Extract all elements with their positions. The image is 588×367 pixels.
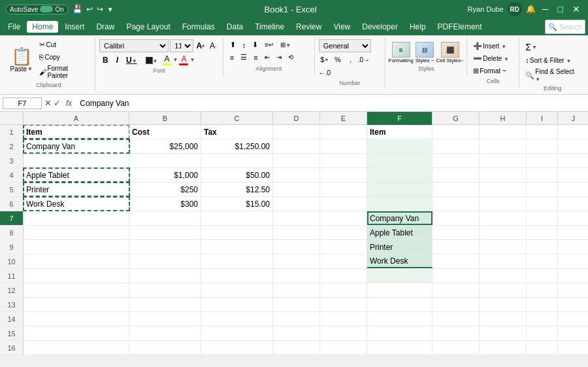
align-left-button[interactable]: ≡ [227,52,237,63]
cell-c8[interactable] [201,226,273,239]
cell-j16[interactable] [558,341,588,355]
cell-reference-input[interactable] [3,97,42,109]
cell-e3[interactable] [320,154,367,167]
autosum-button[interactable]: Σ ▼ [523,41,581,54]
row-num-3[interactable]: 3 [0,154,24,167]
cell-c15[interactable] [201,326,273,340]
cell-d11[interactable] [273,269,320,283]
cell-j5[interactable] [558,183,588,196]
autosave-badge[interactable]: AutoSave On [5,5,69,14]
cell-i8[interactable] [527,226,558,239]
cell-d13[interactable] [273,298,320,311]
menu-timeline[interactable]: Timeline [250,21,289,33]
row-num-15[interactable]: 15 [0,326,24,340]
cell-b4[interactable]: $1,000 [129,168,201,182]
cell-b5[interactable]: $250 [129,183,201,196]
cell-d16[interactable] [273,341,320,355]
row-num-8[interactable]: 8 [0,226,24,239]
cell-g10[interactable] [433,254,480,268]
italic-button[interactable]: I [113,54,122,66]
row-num-12[interactable]: 12 [0,283,24,297]
col-header-b[interactable]: B [129,112,201,125]
cell-a16[interactable] [24,341,129,355]
menu-file[interactable]: File [3,21,25,33]
cell-a10[interactable] [24,254,129,268]
cell-f6[interactable] [367,197,433,211]
cell-j1[interactable] [558,125,588,139]
minimize-button[interactable]: ─ [540,4,551,14]
cell-i5[interactable] [527,183,558,196]
cell-h12[interactable] [480,283,527,297]
col-header-h[interactable]: H [480,112,527,125]
cell-i7[interactable] [527,211,558,225]
decrease-decimal-button[interactable]: ←.0 [319,67,331,79]
cell-e10[interactable] [320,254,367,268]
format-cells-button[interactable]: ⊞ Format ~ [471,65,515,77]
cell-d6[interactable] [273,197,320,211]
fill-color-arrow[interactable]: ▼ [173,57,178,63]
format-painter-button[interactable]: 🖌 Format Painter [37,63,91,80]
cell-e4[interactable] [320,168,367,182]
more-commands-icon[interactable]: ▼ [107,6,114,13]
cell-j12[interactable] [558,283,588,297]
text-direction-button[interactable]: ⟲ [286,52,296,62]
cell-b2[interactable]: $25,000 [129,139,201,153]
align-center-button[interactable]: ☰ [238,52,250,63]
cell-g3[interactable] [433,154,480,167]
cell-j7[interactable] [558,211,588,225]
row-num-2[interactable]: 2 [0,139,24,153]
bold-button[interactable]: B [99,54,112,66]
find-select-button[interactable]: 🔍 Find & Select ▼ [523,67,581,84]
cell-j6[interactable] [558,197,588,211]
cell-f2[interactable] [367,139,433,153]
cell-d15[interactable] [273,326,320,340]
menu-developer[interactable]: Developer [357,21,403,33]
cell-g11[interactable] [433,269,480,283]
fill-color-button[interactable]: A [163,54,172,65]
cell-g9[interactable] [433,240,480,254]
save-icon[interactable]: 💾 [73,5,82,14]
menu-review[interactable]: Review [291,21,327,33]
font-name-select[interactable]: Calibri [99,39,169,52]
cell-i4[interactable] [527,168,558,182]
cell-i12[interactable] [527,283,558,297]
border-button[interactable]: ▦▼ [142,54,161,66]
increase-font-button[interactable]: A+ [195,40,206,52]
cell-e6[interactable] [320,197,367,211]
col-header-c[interactable]: C [201,112,273,125]
menu-pdfelement[interactable]: PDFElement [433,21,487,33]
cell-a3[interactable] [24,154,129,167]
cell-i16[interactable] [527,341,558,355]
cell-b14[interactable] [129,312,201,326]
cell-e13[interactable] [320,298,367,311]
cell-h14[interactable] [480,312,527,326]
cell-e12[interactable] [320,283,367,297]
cell-j3[interactable] [558,154,588,167]
cell-b7[interactable] [129,211,201,225]
cell-f11[interactable] [367,269,433,283]
cell-b13[interactable] [129,298,201,311]
cell-e1[interactable] [320,125,367,139]
menu-formulas[interactable]: Formulas [177,21,220,33]
redo-icon[interactable]: ↪ [97,5,103,14]
cell-i6[interactable] [527,197,558,211]
cell-c10[interactable] [201,254,273,268]
cell-g13[interactable] [433,298,480,311]
cell-h16[interactable] [480,341,527,355]
comma-button[interactable]: , [345,54,357,65]
cell-a11[interactable] [24,269,129,283]
cell-f16[interactable] [367,341,433,355]
cell-g7[interactable] [433,211,480,225]
insert-cells-button[interactable]: ➕ Insert ▼ [471,41,515,52]
menu-insert[interactable]: Insert [59,21,90,33]
col-header-d[interactable]: D [273,112,320,125]
cell-c2[interactable]: $1,250.00 [201,139,273,153]
ribbon-options-icon[interactable]: 🔔 [526,5,536,14]
cell-g4[interactable] [433,168,480,182]
maximize-button[interactable]: □ [555,4,566,14]
cell-h10[interactable] [480,254,527,268]
cell-j14[interactable] [558,312,588,326]
col-header-e[interactable]: E [320,112,367,125]
cell-i15[interactable] [527,326,558,340]
row-num-5[interactable]: 5 [0,183,24,196]
